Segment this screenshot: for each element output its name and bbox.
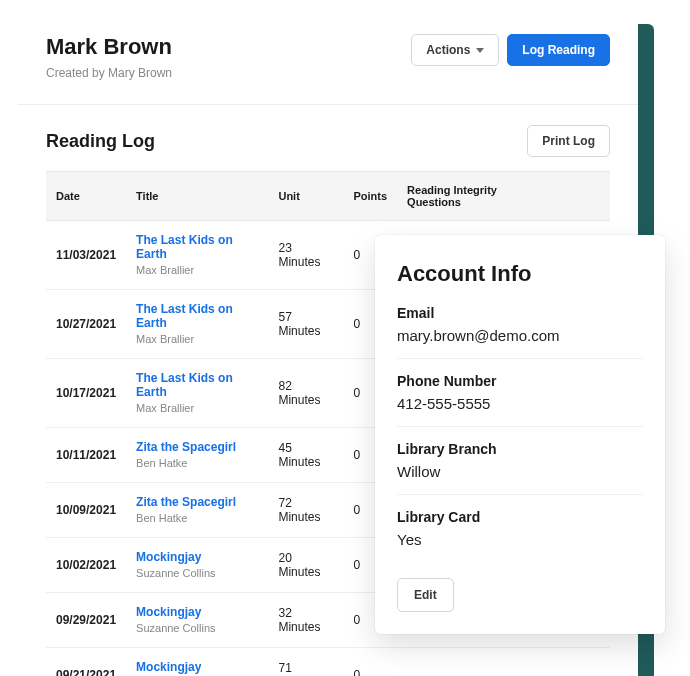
book-author: Suzanne Collins — [136, 622, 216, 634]
book-title-link[interactable]: The Last Kids on Earth — [136, 233, 258, 261]
col-points: Points — [343, 172, 397, 221]
table-row: 09/21/2021MockingjaySuzanne Collins71 Mi… — [46, 648, 610, 677]
cell-title: Zita the SpacegirlBen Hatke — [126, 428, 268, 483]
cell-date: 09/29/2021 — [46, 593, 126, 648]
edit-account-button[interactable]: Edit — [397, 578, 454, 612]
field-email: Email mary.brown@demo.com — [397, 305, 643, 359]
account-info-panel: Account Info Email mary.brown@demo.com P… — [375, 235, 665, 634]
book-author: Max Brallier — [136, 264, 194, 276]
cell-date: 09/21/2021 — [46, 648, 126, 677]
print-log-button[interactable]: Print Log — [527, 125, 610, 157]
cell-date: 10/17/2021 — [46, 359, 126, 428]
cell-title: The Last Kids on EarthMax Brallier — [126, 221, 268, 290]
cell-date: 10/27/2021 — [46, 290, 126, 359]
cell-unit: 57 Minutes — [268, 290, 343, 359]
created-by-subtitle: Created by Mary Brown — [46, 66, 172, 80]
cell-title: MockingjaySuzanne Collins — [126, 593, 268, 648]
card-label: Library Card — [397, 509, 643, 525]
cell-unit: 82 Minutes — [268, 359, 343, 428]
branch-label: Library Branch — [397, 441, 643, 457]
book-author: Ben Hatke — [136, 512, 187, 524]
actions-dropdown[interactable]: Actions — [411, 34, 499, 66]
cell-unit: 72 Minutes — [268, 483, 343, 538]
col-title: Title — [126, 172, 268, 221]
cell-points: 0 — [343, 648, 397, 677]
field-branch: Library Branch Willow — [397, 441, 643, 495]
chevron-down-icon — [476, 48, 484, 53]
col-date: Date — [46, 172, 126, 221]
book-author: Suzanne Collins — [136, 567, 216, 579]
book-author: Ben Hatke — [136, 457, 187, 469]
log-reading-button[interactable]: Log Reading — [507, 34, 610, 66]
book-title-link[interactable]: The Last Kids on Earth — [136, 371, 258, 399]
account-info-title: Account Info — [397, 261, 643, 287]
cell-unit: 32 Minutes — [268, 593, 343, 648]
cell-title: The Last Kids on EarthMax Brallier — [126, 290, 268, 359]
phone-label: Phone Number — [397, 373, 643, 389]
cell-unit: 71 Minutes — [268, 648, 343, 677]
cell-date: 10/02/2021 — [46, 538, 126, 593]
actions-label: Actions — [426, 44, 470, 56]
cell-unit: 20 Minutes — [268, 538, 343, 593]
cell-actions — [552, 648, 610, 677]
book-author: Max Brallier — [136, 402, 194, 414]
cell-date: 11/03/2021 — [46, 221, 126, 290]
book-title-link[interactable]: Zita the Spacegirl — [136, 440, 258, 454]
email-label: Email — [397, 305, 643, 321]
col-unit: Unit — [268, 172, 343, 221]
cell-unit: 23 Minutes — [268, 221, 343, 290]
cell-title: Zita the SpacegirlBen Hatke — [126, 483, 268, 538]
cell-unit: 45 Minutes — [268, 428, 343, 483]
profile-header: Mark Brown Created by Mary Brown Actions… — [18, 34, 638, 105]
cell-integrity — [397, 648, 552, 677]
cell-date: 10/11/2021 — [46, 428, 126, 483]
card-value: Yes — [397, 531, 643, 548]
book-title-link[interactable]: Mockingjay — [136, 660, 258, 674]
field-phone: Phone Number 412-555-5555 — [397, 373, 643, 427]
book-title-link[interactable]: Zita the Spacegirl — [136, 495, 258, 509]
cell-date: 10/09/2021 — [46, 483, 126, 538]
email-value: mary.brown@demo.com — [397, 327, 643, 344]
reader-name: Mark Brown — [46, 34, 172, 60]
col-integrity: Reading Integrity Questions — [397, 172, 552, 221]
book-title-link[interactable]: The Last Kids on Earth — [136, 302, 258, 330]
field-card: Library Card Yes — [397, 509, 643, 562]
phone-value: 412-555-5555 — [397, 395, 643, 412]
book-title-link[interactable]: Mockingjay — [136, 550, 258, 564]
book-author: Max Brallier — [136, 333, 194, 345]
cell-title: MockingjaySuzanne Collins — [126, 648, 268, 677]
branch-value: Willow — [397, 463, 643, 480]
reading-log-title: Reading Log — [46, 131, 155, 152]
cell-title: The Last Kids on EarthMax Brallier — [126, 359, 268, 428]
book-title-link[interactable]: Mockingjay — [136, 605, 258, 619]
cell-title: MockingjaySuzanne Collins — [126, 538, 268, 593]
